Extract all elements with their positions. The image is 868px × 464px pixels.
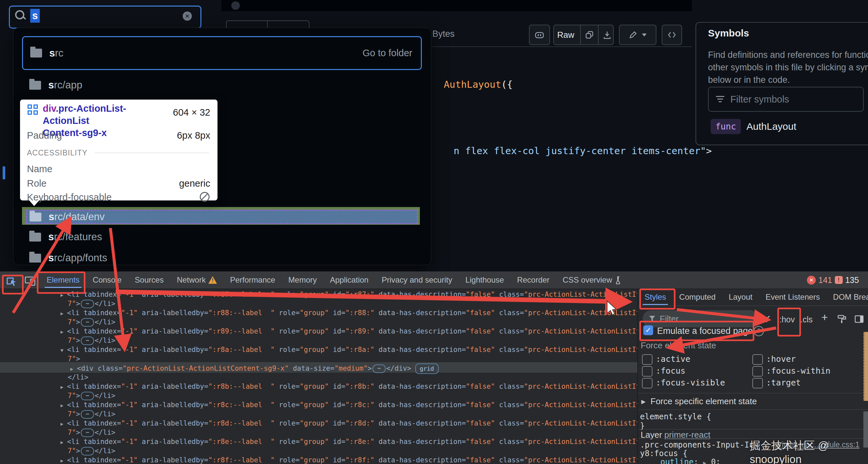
toggle-device-toolbar-button[interactable] [24,275,36,288]
tab-lighthouse[interactable]: Lighthouse [459,272,510,288]
checkbox-focus[interactable] [642,366,652,377]
tree-node-r8d[interactable]: ▶<li tabindex="-1" aria-labelledby=":r8d… [60,419,638,429]
expand-arrow-icon[interactable]: ▶ [641,398,646,405]
symbol-name[interactable]: AuthLayout [746,121,796,132]
finder-item-src[interactable]: src Go to folder [22,36,422,70]
tree-node-r87[interactable]: ▶<li tabindex="-1" aria-labelledby=":r87… [60,290,638,300]
checkbox-target[interactable] [752,378,763,389]
pseudo-label-active: :active [656,354,690,364]
checkbox-hover[interactable] [752,354,763,365]
expand-inline-button[interactable]: ⋯ [81,318,94,327]
issues-icon[interactable]: ! [835,276,843,284]
element-style-rule[interactable]: element.style { [640,412,711,421]
tab-sources[interactable]: Sources [128,272,170,288]
tab-privacy-and-security[interactable]: Privacy and security [375,272,459,288]
raw-button[interactable]: Raw [551,25,581,44]
expand-inline-button[interactable]: ⋯ [81,300,94,308]
role-value: generic [158,178,210,189]
expand-inline-button[interactable]: ⋯ [373,365,386,373]
finder-item-src-app-fonts[interactable]: src/app/fonts [22,250,420,266]
tree-node-wrap-r8b[interactable]: 7">⋯</li> [68,391,638,400]
tab-performance[interactable]: Performance [223,272,282,288]
expand-inline-button[interactable]: ⋯ [81,337,94,345]
edit-file-button[interactable] [619,25,656,45]
tree-node-r8e[interactable]: ▶<li tabindex="-1" aria-labelledby=":r8e… [60,437,638,447]
search-icon [15,10,24,20]
tree-node-wrap-r8d[interactable]: 7">⋯</li> [68,428,638,437]
expand-inline-button[interactable]: ⋯ [81,429,94,437]
expand-inline-button[interactable]: ⋯ [81,447,94,456]
symbols-pane-toggle-button[interactable] [662,25,682,45]
pseudo-label-focus: :focus [656,366,685,376]
devtools-tab-bar: ElementsConsoleSourcesNetwork!Performanc… [40,272,628,288]
highlight-box-emulate [639,321,754,341]
force-specific-element-state[interactable]: Force specific element state [651,396,757,406]
pseudo-label-focus-visible: :focus-visible [656,378,725,388]
code-brackets-icon [667,30,677,39]
highlight-box-elements-tab [37,272,86,294]
section-divider [638,409,868,410]
github-top-bar [221,0,692,11]
sidebar-tab-dom-breakpoints[interactable]: DOM Breakpoints [827,288,868,306]
pseudo-label-target: :target [766,378,801,388]
force-element-state-label: Force element state [641,340,716,351]
tree-node-r8a[interactable]: ▼<li tabindex="-1" aria-labelledby=":r8a… [60,345,638,355]
issues-count: 135 [845,275,859,285]
grid-badge-icon [28,104,38,115]
tree-node-r89[interactable]: ▶<li tabindex="-1" aria-labelledby=":r89… [60,327,638,337]
checkbox-active[interactable] [642,354,652,365]
show-computed-sidebar-button[interactable] [854,314,864,325]
search-input-value[interactable]: s [30,9,40,23]
finder-item-src-data-env[interactable]: src/data/env [26,210,418,224]
panel-divider[interactable] [638,288,638,464]
tree-node-wrap-r8e[interactable]: 7">⋯</li> [68,446,638,456]
focus-indicator-fragment [3,166,5,179]
tab-label: Privacy and security [382,275,453,285]
tree-node-r8c[interactable]: ▶<li tabindex="-1" aria-labelledby=":r8c… [60,400,638,410]
tree-node-wrap-r8a[interactable]: 7"> [68,354,638,364]
tab-label: Computed [679,292,716,302]
tree-node-r88[interactable]: ▶<li tabindex="-1" aria-labelledby=":r88… [60,308,638,318]
tab-console[interactable]: Console [86,272,128,288]
tree-node-wrap-r87[interactable]: 7">⋯</li> [68,299,638,308]
clear-search-button[interactable]: ✕ [183,11,192,21]
element-classes-button[interactable]: .cls [800,315,813,324]
tree-node-wrap-r88[interactable]: 7">⋯</li> [68,317,638,327]
download-raw-button[interactable] [598,25,616,44]
error-icon[interactable]: ✕ [807,276,816,285]
checkbox-focus-visible[interactable] [642,378,652,389]
section-divider [95,152,209,153]
sidebar-tab-layout[interactable]: Layout [722,288,759,306]
expand-inline-button[interactable]: ⋯ [81,392,94,400]
css-rule-selector-line2[interactable]: y8:focus { [640,449,688,458]
tree-node-close[interactable]: </li> [68,373,638,382]
avatar[interactable] [231,1,240,10]
sidebar-tab-computed[interactable]: Computed [673,288,722,306]
css-declaration-outline[interactable]: outline: ▶ 0; [660,457,720,464]
tree-node-r8b[interactable]: ▶<li tabindex="-1" aria-labelledby=":r8b… [60,382,638,392]
tree-node-r8f[interactable]: ▶<li tabindex="-1" aria-labelledby=":r8f… [60,456,638,464]
coarse-mode-button[interactable] [762,314,771,325]
expand-inline-button[interactable]: ⋯ [81,410,94,419]
tab-network[interactable]: Network! [170,272,223,288]
tab-application[interactable]: Application [323,272,375,288]
tree-node-wrap-r8c[interactable]: 7">⋯</li> [68,409,638,419]
section-divider [638,429,868,430]
tab-css-overview[interactable]: CSS overview [556,272,629,288]
filter-symbols-field[interactable] [708,87,864,112]
tab-memory[interactable]: Memory [282,272,323,288]
copilot-icon [534,29,545,40]
copilot-button[interactable] [529,25,550,45]
help-icon[interactable]: ? [754,326,764,336]
rendering-emulations-button[interactable] [837,314,847,325]
screenshot-canvas: Bytes Raw [0,0,868,464]
new-style-rule-button[interactable]: + [822,311,828,324]
finder-item-src-features[interactable]: src/features [22,229,420,245]
tab-recorder[interactable]: Recorder [510,272,556,288]
filter-symbols-input[interactable] [730,94,839,105]
sidebar-tab-event-listeners[interactable]: Event Listeners [759,288,826,306]
tree-node-wrap-r89[interactable]: 7">⋯</li> [68,336,638,345]
error-count: 141 [818,275,832,285]
copy-raw-button[interactable] [581,25,598,44]
checkbox-focus-within[interactable] [752,366,763,377]
